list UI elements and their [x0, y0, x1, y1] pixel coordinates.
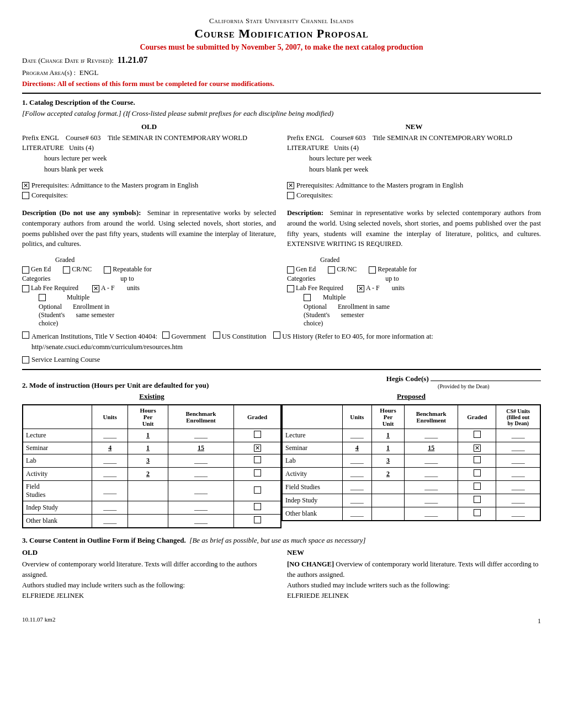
american-inst-checkbox[interactable] — [22, 331, 29, 339]
table-row: Other blank ____ ____ — [23, 515, 281, 528]
exist-seminar-graded[interactable] — [254, 445, 261, 452]
old-prereq-checkbox[interactable] — [22, 182, 29, 189]
exist-activity-graded[interactable] — [254, 469, 261, 477]
prop-field-graded[interactable] — [474, 483, 481, 490]
prop-indep-graded[interactable] — [474, 496, 481, 503]
old-af-checkbox[interactable] — [92, 285, 99, 292]
section3-new-label: NEW — [287, 548, 541, 557]
prop-seminar-graded[interactable] — [474, 445, 481, 452]
directions-text: Directions: All of sections of this form… — [22, 79, 541, 88]
new-coreq-checkbox[interactable] — [287, 192, 294, 199]
table-row: Lab ____ 3 ____ — [23, 454, 281, 468]
submission-subtitle: Courses must be submitted by November 5,… — [22, 43, 541, 52]
table-row: Field Studies ____ ____ ____ — [283, 481, 540, 494]
new-repeatable-checkbox[interactable] — [369, 266, 376, 274]
new-prereq-checkbox[interactable] — [287, 182, 294, 189]
old-hours-lecture: hours lecture per week — [22, 154, 276, 164]
american-inst-line: American Institutions, Title V Section 4… — [22, 331, 541, 365]
table-row: Lab ____ 3 ____ ____ — [283, 454, 540, 468]
hegis-provided: (Provided by the Dean) — [386, 383, 541, 389]
new-af-checkbox[interactable] — [357, 285, 364, 292]
new-blank-checkbox[interactable] — [304, 294, 311, 301]
section2-heading: 2. Mode of instruction (Hours per Unit a… — [22, 381, 209, 390]
new-labfee-checkbox[interactable] — [287, 285, 294, 292]
old-coreq-checkbox[interactable] — [22, 192, 29, 199]
prop-col-benchmark: BenchmarkEnrollment — [405, 405, 458, 429]
table-row: Lecture ____ 1 ____ ____ — [283, 429, 540, 442]
prop-lab-graded[interactable] — [474, 456, 481, 463]
old-course-line: Prefix ENGL Course# 603 Title SEMINAR IN… — [22, 133, 276, 153]
old-multiple-checkbox[interactable] — [58, 295, 65, 302]
old-repeatable-checkbox[interactable] — [104, 266, 111, 274]
table-row: Indep Study ____ ____ ____ — [283, 494, 540, 507]
col-rowtype — [23, 405, 92, 429]
prop-col-cs-units: CS# Units(filled outby Dean) — [496, 405, 540, 429]
section1-heading: 1. Catalog Description of the Course. — [22, 98, 541, 107]
existing-table: Units HoursPerUnit BenchmarkEnrollment G… — [23, 405, 281, 528]
hegis-value — [431, 381, 541, 381]
old-graded-label: Graded — [22, 256, 276, 264]
new-course-line: Prefix ENGL Course# 603 Title SEMINAR IN… — [287, 133, 541, 153]
new-crnc-checkbox[interactable] — [328, 266, 335, 274]
program-value: ENGL — [79, 68, 99, 77]
table-row: Lecture ____ 1 ____ — [23, 429, 281, 442]
prop-col-rowtype — [283, 405, 343, 429]
new-col-header: NEW — [287, 122, 541, 131]
old-description: Description (Do not use any symbols): Se… — [22, 208, 276, 249]
date-label: Date (Change Date if Revised) — [22, 56, 111, 65]
new-hours-lecture: hours lecture per week — [287, 154, 541, 164]
section3-heading: 3. Course Content in Outline Form if Bei… — [22, 536, 541, 545]
us-const-checkbox[interactable] — [213, 331, 220, 339]
table-row: Activity ____ 2 ____ ____ — [283, 468, 540, 481]
new-prereq-line: Prerequisites: Admittance to the Masters… — [287, 181, 541, 190]
hegis-label: Hegis Code(s) — [386, 374, 429, 383]
table-row: Other blank ____ ____ ____ — [283, 507, 540, 521]
prop-activity-graded[interactable] — [474, 469, 481, 477]
us-history-checkbox[interactable] — [273, 331, 280, 339]
col-units-exist: Units — [92, 405, 128, 429]
date-value: 11.21.07 — [117, 55, 147, 65]
government-checkbox[interactable] — [162, 331, 169, 339]
prop-lecture-graded[interactable] — [474, 431, 481, 438]
old-coreq-line: Corequisites: — [22, 191, 276, 200]
prop-col-hours: HoursPerUnit — [371, 405, 404, 429]
col-graded-exist: Graded — [234, 405, 281, 429]
university-name: California State University Channel Isla… — [22, 17, 541, 25]
service-learning-checkbox[interactable] — [22, 356, 29, 363]
exist-lab-graded[interactable] — [254, 456, 261, 463]
table-row: FieldStudies ____ ____ — [23, 481, 281, 501]
new-hours-blank: hours blank per week — [287, 165, 541, 175]
old-crnc-checkbox[interactable] — [63, 266, 70, 274]
table-row: Activity ____ 2 ____ — [23, 468, 281, 481]
page-number: 1 — [538, 617, 541, 625]
existing-label: Existing — [22, 392, 282, 401]
section1-note: [Follow accepted catalog format.] (If Cr… — [22, 109, 541, 118]
exist-other-graded[interactable] — [254, 516, 261, 523]
old-prereq-line: Prerequisites: Admittance to the Masters… — [22, 181, 276, 190]
col-hours-exist: HoursPerUnit — [128, 405, 168, 429]
old-gened-checkbox[interactable] — [22, 266, 29, 274]
section3-old-label: OLD — [22, 548, 276, 557]
col-benchmark-exist: BenchmarkEnrollment — [168, 405, 233, 429]
new-description: Description: Seminar in representative w… — [287, 208, 541, 249]
exist-indep-graded[interactable] — [254, 503, 261, 510]
table-row: Seminar 4 1 15 — [23, 442, 281, 454]
exist-field-graded[interactable] — [254, 486, 261, 494]
new-options: Graded Gen Ed CR/NC Repeatable for Categ… — [287, 256, 541, 328]
new-coreq-line: Corequisites: — [287, 191, 541, 200]
new-graded-label: Graded — [287, 256, 541, 264]
prop-col-units: Units — [342, 405, 371, 429]
program-label: Program Area(s) — [22, 68, 72, 77]
old-hours-blank: hours blank per week — [22, 165, 276, 175]
prop-other-graded[interactable] — [474, 509, 481, 516]
exist-lecture-graded[interactable] — [254, 431, 261, 438]
old-labfee-checkbox[interactable] — [22, 285, 29, 292]
document-title: Course Modification Proposal — [22, 26, 541, 41]
prop-col-graded: Graded — [458, 405, 496, 429]
proposed-table: Units HoursPerUnit BenchmarkEnrollment G… — [282, 405, 540, 521]
old-options: Graded Gen Ed CR/NC Repeatable for Categ… — [22, 256, 276, 328]
new-gened-checkbox[interactable] — [287, 266, 294, 274]
old-blank-checkbox[interactable] — [39, 294, 46, 301]
old-col-header: OLD — [22, 122, 276, 131]
footer-date: 10.11.07 km2 — [22, 616, 55, 625]
